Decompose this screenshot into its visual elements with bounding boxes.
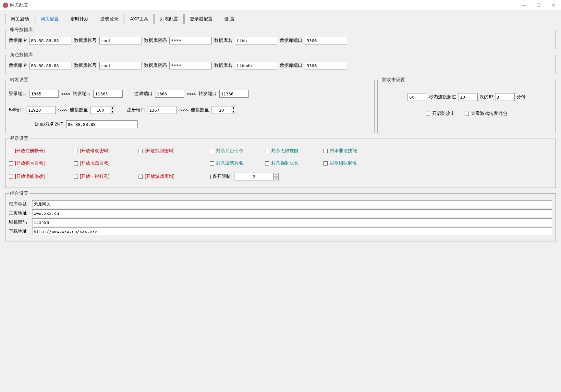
tab-gateway-start[interactable]: 网关启动 (5, 14, 34, 24)
checkbox-open-selfhelp[interactable] (9, 161, 13, 165)
checkbox-open-modpw[interactable] (74, 149, 78, 153)
label-roledb-user: 数据库帐号 (74, 63, 97, 68)
checkbox-enable-attack[interactable] (426, 112, 430, 116)
label-login-port: 登录端口 (9, 91, 27, 97)
input-game-port[interactable] (155, 90, 184, 98)
label-fwd-port: 转发端口 (73, 91, 91, 97)
spin-down-icon[interactable]: ▼ (274, 177, 278, 180)
checkbox-ban-infskill[interactable] (265, 149, 269, 153)
maximize-button[interactable]: ☐ (531, 1, 546, 10)
label-ban-colorname: 封杀游戏彩名 (216, 160, 243, 166)
label-view-packets: 查看游戏转发封包 (471, 111, 507, 116)
input-bill-port[interactable] (27, 106, 56, 114)
input-roledb-user[interactable] (99, 62, 141, 69)
label-open-modpw: [开放修改密码] (80, 148, 110, 154)
legend-attack: 防攻击设置 (381, 77, 406, 83)
input-accdb-pw[interactable] (169, 37, 212, 44)
checkbox-open-divorce[interactable] (139, 175, 143, 179)
input-login-port[interactable] (30, 90, 59, 98)
label-times: 次的IP (480, 94, 493, 100)
tab-axp-tools[interactable]: AXP工具 (125, 14, 154, 24)
label-accdb-user: 数据库帐号 (74, 38, 97, 43)
label-roledb-ip: 数据库IP (9, 63, 27, 68)
spin-up-icon[interactable]: ▲ (110, 106, 115, 110)
input-conn-count[interactable] (91, 106, 110, 114)
label-accdb-port: 数据库端口 (280, 38, 302, 43)
input-roledb-name[interactable] (235, 62, 277, 69)
input-roledb-pw[interactable] (169, 62, 212, 69)
spin-up-icon[interactable]: ▲ (274, 173, 278, 177)
label-min: 分钟 (517, 94, 526, 100)
checkbox-ban-console[interactable] (210, 149, 214, 153)
label-game-port: 游戏端口 (134, 91, 152, 97)
checkbox-ban-colorname[interactable] (210, 161, 214, 165)
input-attack-seconds[interactable] (408, 93, 427, 101)
input-program-title[interactable] (32, 200, 552, 208)
input-accdb-port[interactable] (305, 37, 347, 44)
input-home-url[interactable] (32, 209, 552, 217)
input-download-url[interactable] (32, 227, 552, 235)
input-linux-ip[interactable] (66, 120, 138, 128)
label-open-potential: [开放潜能修改] (15, 174, 45, 179)
input-fwd-port2[interactable] (219, 90, 249, 98)
tab-game-login[interactable]: 游戏登录 (95, 14, 124, 24)
input-accdb-user[interactable] (99, 37, 141, 44)
checkbox-open-reg[interactable] (9, 149, 13, 153)
groupbox-login: 登录设置 [开放注册帐号] [开放修改密码] [开放找回密码] 封杀后台命令 封… (5, 136, 556, 188)
input-accdb-name[interactable] (235, 37, 277, 44)
spinner-multi[interactable]: ▲▼ (235, 173, 279, 180)
label-sec: 秒内连接超过 (429, 94, 456, 100)
window-title: 网关配置 (10, 2, 517, 8)
label-home-url: 主页地址 (9, 210, 32, 216)
input-accdb-ip[interactable] (29, 37, 71, 44)
input-lock-pw[interactable] (32, 218, 552, 226)
tab-settings[interactable]: 设 置 (219, 14, 240, 24)
tab-launcher-config[interactable]: 登录器配置 (184, 14, 218, 24)
spin-down-icon[interactable]: ▼ (110, 110, 115, 114)
checkbox-open-findpw[interactable] (139, 149, 143, 153)
arrows-icon: >>>> (187, 92, 196, 96)
groupbox-account-db: 帐号数据库 数据库IP 数据库帐号 数据库密码 数据库名 数据库端口 (5, 27, 556, 49)
input-attack-minutes[interactable] (495, 93, 515, 101)
groupbox-forward: 转发设置 登录端口 >>>> 转发端口 游戏端口 >>>> 转发端口 (5, 77, 375, 133)
spin-down-icon[interactable]: ▼ (231, 110, 236, 114)
spin-up-icon[interactable]: ▲ (231, 106, 236, 110)
input-conn-count2[interactable] (212, 106, 231, 114)
label-open-drill: [开放一键打孔] (80, 174, 110, 179)
spinner-conn-count2[interactable]: ▲▼ (212, 106, 236, 114)
groupbox-role-db: 角色数据库 数据库IP 数据库帐号 数据库密码 数据库名 数据库端口 (5, 52, 556, 74)
tab-gateway-config[interactable]: 网关配置 (35, 14, 64, 24)
input-multi[interactable] (235, 173, 274, 180)
checkbox-multi-limit[interactable] (210, 175, 211, 179)
label-conn-count2: 连接数量 (191, 107, 209, 113)
input-reg-port[interactable] (148, 106, 177, 114)
label-accdb-pw: 数据库密码 (144, 38, 167, 43)
checkbox-open-maphelp[interactable] (74, 161, 78, 165)
label-open-selfhelp: [开放帐号自救] (15, 160, 45, 166)
checkbox-ban-disband[interactable] (323, 161, 328, 165)
checkbox-ban-illegalskill[interactable] (323, 149, 328, 153)
checkbox-view-packets[interactable] (465, 112, 469, 116)
input-fwd-port[interactable] (93, 90, 123, 98)
tab-list-config[interactable]: 列表配置 (154, 14, 184, 24)
label-ban-forceleader: 封杀强制队长 (271, 160, 299, 166)
input-roledb-port[interactable] (305, 62, 347, 69)
label-open-divorce: [开放游戏离婚] (145, 174, 175, 179)
legend-general: 综合设置 (9, 190, 30, 196)
groupbox-attack: 防攻击设置 秒内连接超过 次的IP 分钟 开启防攻击 查看游戏转发封包 (377, 77, 556, 133)
label-ban-disband: 封杀组队解散 (330, 160, 357, 166)
checkbox-open-potential[interactable] (9, 175, 13, 179)
close-button[interactable]: ✕ (546, 1, 561, 10)
tab-schedule[interactable]: 定时计划 (65, 14, 94, 24)
label-open-reg: [开放注册帐号] (15, 148, 45, 154)
input-attack-times[interactable] (458, 93, 478, 101)
arrows-icon: >>>> (179, 108, 188, 113)
label-linux-ip: Linux服务器IP (35, 121, 64, 127)
input-roledb-ip[interactable] (29, 62, 71, 69)
minimize-button[interactable]: — (517, 1, 531, 10)
checkbox-open-drill[interactable] (74, 175, 78, 179)
checkbox-ban-forceleader[interactable] (265, 161, 269, 165)
label-accdb-name: 数据库名 (214, 38, 232, 43)
spinner-conn-count[interactable]: ▲▼ (91, 106, 115, 114)
label-ban-infskill: 封杀无限技能 (271, 148, 299, 154)
